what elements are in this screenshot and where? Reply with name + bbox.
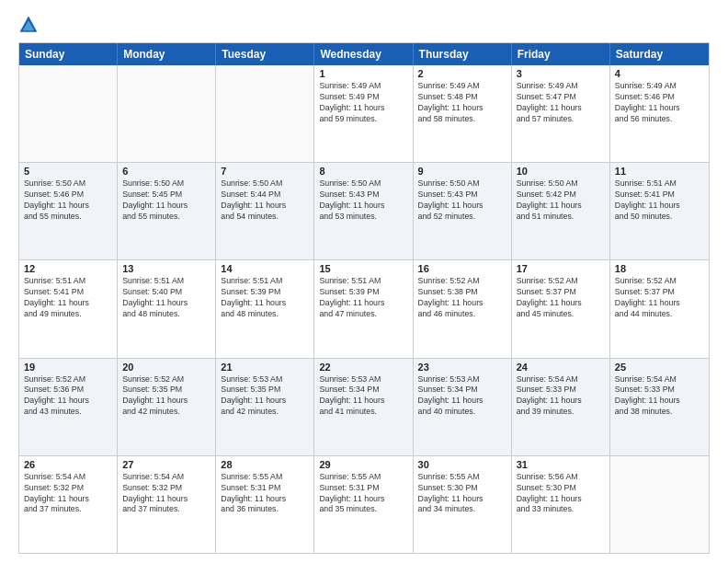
weekday-header-friday: Friday	[512, 43, 610, 65]
calendar-cell: 12Sunrise: 5:51 AM Sunset: 5:41 PM Dayli…	[19, 260, 118, 357]
calendar-cell: 18Sunrise: 5:52 AM Sunset: 5:37 PM Dayli…	[610, 260, 709, 357]
cell-info: Sunrise: 5:56 AM Sunset: 5:30 PM Dayligh…	[517, 472, 605, 516]
cell-date: 6	[122, 166, 210, 177]
calendar-cell: 29Sunrise: 5:55 AM Sunset: 5:31 PM Dayli…	[314, 456, 413, 553]
calendar-cell: 11Sunrise: 5:51 AM Sunset: 5:41 PM Dayli…	[610, 163, 709, 259]
cell-date: 8	[319, 166, 407, 177]
cell-info: Sunrise: 5:49 AM Sunset: 5:46 PM Dayligh…	[615, 81, 704, 125]
calendar-cell: 6Sunrise: 5:50 AM Sunset: 5:45 PM Daylig…	[118, 163, 216, 259]
cell-info: Sunrise: 5:55 AM Sunset: 5:31 PM Dayligh…	[221, 472, 309, 516]
cell-date: 27	[122, 459, 210, 470]
calendar-cell: 13Sunrise: 5:51 AM Sunset: 5:40 PM Dayli…	[118, 260, 216, 357]
calendar-cell: 7Sunrise: 5:50 AM Sunset: 5:44 PM Daylig…	[216, 163, 314, 259]
cell-info: Sunrise: 5:55 AM Sunset: 5:31 PM Dayligh…	[319, 472, 407, 516]
page: SundayMondayTuesdayWednesdayThursdayFrid…	[0, 0, 728, 563]
cell-info: Sunrise: 5:53 AM Sunset: 5:35 PM Dayligh…	[221, 374, 309, 419]
cell-date: 9	[418, 166, 506, 177]
cell-info: Sunrise: 5:53 AM Sunset: 5:34 PM Dayligh…	[418, 374, 506, 419]
weekday-header-sunday: Sunday	[19, 43, 118, 65]
calendar-cell: 17Sunrise: 5:52 AM Sunset: 5:37 PM Dayli…	[512, 260, 610, 357]
calendar-cell: 8Sunrise: 5:50 AM Sunset: 5:43 PM Daylig…	[314, 163, 413, 259]
calendar-cell: 16Sunrise: 5:52 AM Sunset: 5:38 PM Dayli…	[414, 260, 512, 357]
calendar-body: 1Sunrise: 5:49 AM Sunset: 5:49 PM Daylig…	[19, 65, 709, 553]
cell-info: Sunrise: 5:52 AM Sunset: 5:37 PM Dayligh…	[615, 276, 704, 320]
cell-date: 23	[418, 362, 506, 373]
calendar-cell: 31Sunrise: 5:56 AM Sunset: 5:30 PM Dayli…	[512, 456, 610, 553]
cell-info: Sunrise: 5:54 AM Sunset: 5:32 PM Dayligh…	[24, 472, 112, 516]
calendar-cell: 5Sunrise: 5:50 AM Sunset: 5:46 PM Daylig…	[19, 163, 118, 259]
cell-info: Sunrise: 5:55 AM Sunset: 5:30 PM Dayligh…	[418, 472, 506, 516]
cell-info: Sunrise: 5:51 AM Sunset: 5:41 PM Dayligh…	[24, 276, 112, 320]
calendar-cell: 9Sunrise: 5:50 AM Sunset: 5:43 PM Daylig…	[414, 163, 512, 259]
cell-date: 13	[122, 263, 210, 274]
weekday-header-thursday: Thursday	[414, 43, 512, 65]
calendar-row: 5Sunrise: 5:50 AM Sunset: 5:46 PM Daylig…	[19, 162, 709, 259]
cell-date: 4	[615, 68, 704, 79]
cell-info: Sunrise: 5:50 AM Sunset: 5:44 PM Dayligh…	[221, 178, 309, 223]
weekday-header-monday: Monday	[118, 43, 216, 65]
cell-date: 21	[221, 362, 309, 373]
logo-icon	[18, 15, 39, 35]
logo	[18, 15, 42, 35]
weekday-header-wednesday: Wednesday	[314, 43, 413, 65]
weekday-header-tuesday: Tuesday	[216, 43, 314, 65]
calendar-cell: 19Sunrise: 5:52 AM Sunset: 5:36 PM Dayli…	[19, 359, 118, 455]
cell-info: Sunrise: 5:53 AM Sunset: 5:34 PM Dayligh…	[319, 374, 407, 419]
cell-date: 12	[24, 263, 112, 274]
cell-date: 10	[517, 166, 605, 177]
calendar-row: 26Sunrise: 5:54 AM Sunset: 5:32 PM Dayli…	[19, 455, 709, 553]
calendar-cell: 27Sunrise: 5:54 AM Sunset: 5:32 PM Dayli…	[118, 456, 216, 553]
calendar-cell: 15Sunrise: 5:51 AM Sunset: 5:39 PM Dayli…	[314, 260, 413, 357]
calendar-cell: 30Sunrise: 5:55 AM Sunset: 5:30 PM Dayli…	[414, 456, 512, 553]
calendar-cell	[118, 65, 216, 162]
calendar-cell: 14Sunrise: 5:51 AM Sunset: 5:39 PM Dayli…	[216, 260, 314, 357]
cell-date: 18	[615, 263, 704, 274]
calendar-cell	[216, 65, 314, 162]
cell-date: 16	[418, 263, 506, 274]
cell-info: Sunrise: 5:52 AM Sunset: 5:38 PM Dayligh…	[418, 276, 506, 320]
calendar-cell: 10Sunrise: 5:50 AM Sunset: 5:42 PM Dayli…	[512, 163, 610, 259]
cell-info: Sunrise: 5:50 AM Sunset: 5:43 PM Dayligh…	[418, 178, 506, 223]
calendar: SundayMondayTuesdayWednesdayThursdayFrid…	[18, 42, 710, 554]
cell-date: 14	[221, 263, 309, 274]
cell-date: 19	[24, 362, 112, 373]
calendar-cell: 20Sunrise: 5:52 AM Sunset: 5:35 PM Dayli…	[118, 359, 216, 455]
cell-info: Sunrise: 5:51 AM Sunset: 5:41 PM Dayligh…	[615, 178, 704, 223]
cell-info: Sunrise: 5:52 AM Sunset: 5:36 PM Dayligh…	[24, 374, 112, 419]
calendar-cell	[610, 456, 709, 553]
cell-info: Sunrise: 5:54 AM Sunset: 5:33 PM Dayligh…	[615, 374, 704, 419]
calendar-cell: 1Sunrise: 5:49 AM Sunset: 5:49 PM Daylig…	[314, 65, 413, 162]
calendar-row: 19Sunrise: 5:52 AM Sunset: 5:36 PM Dayli…	[19, 358, 709, 455]
cell-date: 29	[319, 459, 407, 470]
cell-date: 26	[24, 459, 112, 470]
calendar-cell: 3Sunrise: 5:49 AM Sunset: 5:47 PM Daylig…	[512, 65, 610, 162]
cell-info: Sunrise: 5:54 AM Sunset: 5:33 PM Dayligh…	[517, 374, 605, 419]
calendar-header: SundayMondayTuesdayWednesdayThursdayFrid…	[19, 43, 709, 65]
calendar-cell: 26Sunrise: 5:54 AM Sunset: 5:32 PM Dayli…	[19, 456, 118, 553]
calendar-cell: 2Sunrise: 5:49 AM Sunset: 5:48 PM Daylig…	[414, 65, 512, 162]
cell-date: 20	[122, 362, 210, 373]
calendar-cell: 28Sunrise: 5:55 AM Sunset: 5:31 PM Dayli…	[216, 456, 314, 553]
cell-date: 24	[517, 362, 605, 373]
cell-date: 31	[517, 459, 605, 470]
cell-info: Sunrise: 5:49 AM Sunset: 5:48 PM Dayligh…	[418, 81, 506, 125]
cell-info: Sunrise: 5:49 AM Sunset: 5:49 PM Dayligh…	[319, 81, 407, 125]
cell-date: 25	[615, 362, 704, 373]
cell-date: 3	[517, 68, 605, 79]
cell-info: Sunrise: 5:52 AM Sunset: 5:37 PM Dayligh…	[517, 276, 605, 320]
cell-date: 22	[319, 362, 407, 373]
calendar-cell: 24Sunrise: 5:54 AM Sunset: 5:33 PM Dayli…	[512, 359, 610, 455]
cell-date: 1	[319, 68, 407, 79]
cell-info: Sunrise: 5:50 AM Sunset: 5:46 PM Dayligh…	[24, 178, 112, 223]
cell-info: Sunrise: 5:52 AM Sunset: 5:35 PM Dayligh…	[122, 374, 210, 419]
header	[18, 15, 710, 35]
cell-info: Sunrise: 5:51 AM Sunset: 5:39 PM Dayligh…	[221, 276, 309, 320]
cell-info: Sunrise: 5:50 AM Sunset: 5:42 PM Dayligh…	[517, 178, 605, 223]
weekday-header-saturday: Saturday	[610, 43, 709, 65]
cell-date: 30	[418, 459, 506, 470]
calendar-cell: 21Sunrise: 5:53 AM Sunset: 5:35 PM Dayli…	[216, 359, 314, 455]
calendar-row: 1Sunrise: 5:49 AM Sunset: 5:49 PM Daylig…	[19, 65, 709, 162]
cell-date: 7	[221, 166, 309, 177]
calendar-row: 12Sunrise: 5:51 AM Sunset: 5:41 PM Dayli…	[19, 259, 709, 357]
cell-date: 5	[24, 166, 112, 177]
